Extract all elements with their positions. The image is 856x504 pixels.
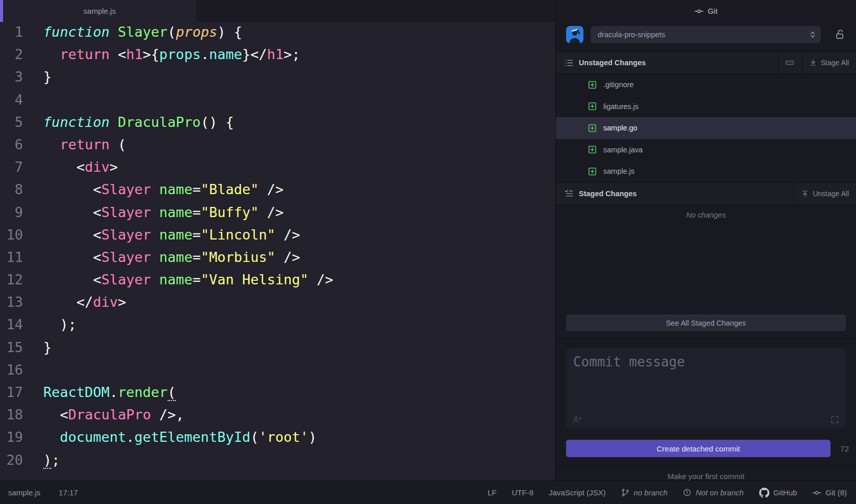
code-line[interactable]: 8 <Slayer name="Blade" /> — [0, 178, 555, 201]
commit-action-row: Create detached commit 72 — [566, 440, 850, 457]
unstaged-file-.gitignore[interactable]: .gitignore — [556, 74, 856, 96]
tab-title: sample.js — [84, 7, 116, 15]
line-number: 3 — [0, 66, 23, 88]
code-text: <Slayer name="Morbius" /> — [23, 246, 300, 269]
line-number: 16 — [0, 359, 23, 381]
code-line[interactable]: 13 </div> — [0, 291, 555, 313]
code-line[interactable]: 12 <Slayer name="Van Helsing" /> — [0, 269, 555, 291]
code-text: ReactDOM.render( — [23, 381, 176, 404]
line-number: 17 — [0, 381, 23, 404]
statusbar-github[interactable]: GitHub — [759, 488, 797, 498]
unstaged-file-list: .gitignoreligatures.jssample.gosample.ja… — [556, 74, 856, 182]
commit-message-input[interactable] — [566, 348, 846, 405]
code-line[interactable]: 9 <Slayer name="Buffy" /> — [0, 201, 555, 224]
person-add-icon[interactable] — [572, 415, 582, 425]
checklist-icon — [564, 189, 574, 198]
unstaged-file-ligatures.js[interactable]: ligatures.js — [556, 96, 856, 118]
code-line[interactable]: 14 ); — [0, 313, 555, 336]
file-name: sample.go — [603, 124, 637, 132]
diff-added-icon — [587, 80, 597, 90]
section-divider — [556, 339, 856, 339]
commit-message-box — [566, 348, 846, 429]
git-panel: Git dracula-pro-snippets Unstaged Change… — [556, 0, 856, 481]
code-line[interactable]: 20); — [0, 449, 555, 471]
code-text: <DraculaPro />, — [23, 404, 184, 426]
code-line[interactable]: 11 <Slayer name="Morbius" /> — [0, 246, 555, 269]
unlock-icon[interactable] — [835, 29, 846, 40]
unstaged-menu-button[interactable] — [778, 52, 801, 73]
code-line[interactable]: 10 <Slayer name="Lincoln" /> — [0, 224, 555, 246]
line-number: 14 — [0, 313, 23, 336]
code-text: <Slayer name="Lincoln" /> — [23, 224, 300, 246]
status-label: JavaScript (JSX) — [549, 488, 606, 497]
repo-selector-value: dracula-pro-snippets — [591, 31, 809, 39]
code-line[interactable]: 7 <div> — [0, 156, 555, 178]
code-text: <Slayer name="Van Helsing" /> — [23, 269, 333, 291]
statusbar-filename[interactable]: sample.js — [8, 488, 40, 497]
status-label: sample.js — [8, 488, 40, 497]
code-line[interactable]: 16 — [0, 359, 555, 381]
unstaged-changes-label: Unstaged Changes — [579, 59, 646, 67]
code-text: } — [23, 336, 51, 359]
line-number: 8 — [0, 178, 23, 201]
statusbar-cursor-position[interactable]: 17:17 — [59, 488, 78, 497]
git-commit-icon — [694, 7, 704, 16]
first-commit-hint: Make your first commit — [556, 465, 856, 481]
line-number: 13 — [0, 291, 23, 313]
editor-pane: sample.js 1function Slayer(props) {2 ret… — [0, 0, 556, 481]
unstage-all-label: Unstage All — [813, 190, 849, 198]
code-line[interactable]: 4 — [0, 89, 555, 111]
line-number: 9 — [0, 201, 23, 224]
file-name: sample.java — [603, 146, 643, 154]
unstaged-file-sample.js[interactable]: sample.js — [556, 161, 856, 182]
code-text: ); — [23, 449, 60, 471]
line-number: 12 — [0, 269, 23, 291]
code-line[interactable]: 1function Slayer(props) { — [0, 21, 555, 43]
create-detached-commit-button[interactable]: Create detached commit — [566, 440, 831, 457]
code-line[interactable]: 19 document.getElementById('root') — [0, 426, 555, 448]
ellipsis-box-icon — [785, 58, 794, 67]
user-avatar[interactable] — [566, 26, 583, 43]
unstage-all-button[interactable]: Unstage All — [794, 183, 856, 204]
code-text: ); — [23, 313, 76, 336]
unstaged-file-sample.java[interactable]: sample.java — [556, 139, 856, 161]
status-bar-left: sample.js17:17 — [8, 488, 78, 497]
tab-sample-js[interactable]: sample.js — [3, 0, 196, 22]
see-all-staged-changes-button[interactable]: See All Staged Changes — [566, 314, 846, 331]
unstaged-file-sample.go[interactable]: sample.go — [556, 117, 856, 139]
code-line[interactable]: 2 return <h1>{props.name}</h1>; — [0, 43, 555, 66]
statusbar-branch-warning[interactable]: Not on branch — [683, 488, 743, 497]
line-number: 7 — [0, 156, 23, 178]
code-text: return <h1>{props.name}</h1>; — [23, 43, 300, 66]
statusbar-grammar[interactable]: JavaScript (JSX) — [549, 488, 606, 497]
status-label: LF — [488, 488, 497, 497]
code-line[interactable]: 5function DraculaPro() { — [0, 111, 555, 134]
statusbar-encoding[interactable]: UTF-8 — [512, 488, 533, 497]
code-text: function DraculaPro() { — [23, 111, 234, 134]
code-line[interactable]: 6 return ( — [0, 134, 555, 156]
statusbar-git-changes[interactable]: Git (8) — [812, 488, 847, 497]
repo-row: dracula-pro-snippets — [566, 26, 846, 43]
line-number: 19 — [0, 426, 23, 448]
diff-added-icon — [587, 145, 597, 154]
code-line[interactable]: 18 <DraculaPro />, — [0, 404, 555, 426]
stage-all-button[interactable]: Stage All — [802, 52, 856, 73]
expand-icon[interactable] — [830, 415, 840, 425]
code-editor[interactable]: 1function Slayer(props) {2 return <h1>{p… — [0, 21, 555, 471]
statusbar-line-ending[interactable]: LF — [488, 488, 497, 497]
git-panel-header: Git — [556, 0, 856, 22]
status-label: Not on branch — [696, 488, 743, 497]
code-line[interactable]: 3} — [0, 66, 555, 88]
status-bar: sample.js17:17 LFUTF-8JavaScript (JSX)no… — [0, 481, 856, 504]
repo-selector[interactable]: dracula-pro-snippets — [591, 26, 821, 43]
code-line[interactable]: 17ReactDOM.render( — [0, 381, 555, 404]
commit-box-tools — [572, 415, 840, 425]
staged-changes-label: Staged Changes — [579, 190, 637, 198]
statusbar-branch[interactable]: no branch — [621, 488, 668, 497]
code-line[interactable]: 15} — [0, 336, 555, 359]
code-text: </div> — [23, 291, 126, 313]
line-number: 11 — [0, 246, 23, 269]
code-text — [23, 89, 43, 111]
line-number: 15 — [0, 336, 23, 359]
status-label: Git (8) — [825, 488, 847, 497]
